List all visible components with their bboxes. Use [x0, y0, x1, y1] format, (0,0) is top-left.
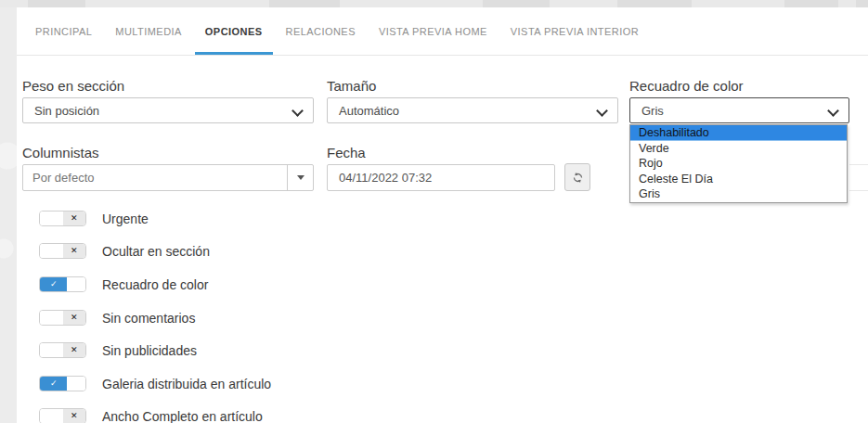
ocultar-en-seccion-toggle[interactable]: ✕	[39, 243, 86, 259]
options-editor-screen: PRINCIPAL MULTIMEDIA OPCIONES RELACIONES…	[0, 0, 868, 423]
fecha-refresh-button[interactable]	[564, 163, 590, 191]
peso-en-seccion-label: Peso en sección	[22, 78, 124, 94]
ancho-completo-label: Ancho Completo en artículo	[102, 409, 263, 423]
cross-icon: ✕	[63, 244, 86, 258]
fecha-input[interactable]: 04/11/2022 07:32	[327, 164, 555, 191]
recuadro-de-color-label: Recuadro de color	[629, 78, 744, 94]
window-top-strip	[0, 0, 868, 7]
check-icon: ✓	[40, 377, 67, 391]
toggle-row: ✕ Sin publicidades	[39, 342, 197, 358]
toggle-row: ✕ Ancho Completo en artículo	[39, 408, 263, 423]
peso-en-seccion-select[interactable]: Sin posición	[22, 97, 314, 123]
dropdown-option-deshabilitado[interactable]: Deshabilitado	[630, 125, 847, 141]
urgente-label: Urgente	[102, 212, 149, 226]
check-icon: ✓	[40, 277, 67, 291]
tab-relaciones[interactable]: RELACIONES	[276, 7, 366, 55]
galeria-distribuida-toggle[interactable]: ✓	[39, 376, 86, 391]
ocultar-en-seccion-label: Ocultar en sección	[102, 244, 210, 259]
recuadro-de-color-select[interactable]: Gris	[629, 97, 849, 123]
columnistas-label: Columnistas	[22, 145, 99, 160]
toggle-row: ✓ Galeria distribuida en artículo	[39, 376, 271, 391]
ancho-completo-toggle[interactable]: ✕	[39, 408, 86, 423]
dropdown-option-verde[interactable]: Verde	[630, 141, 847, 157]
toggle-row: ✕ Sin comentarios	[39, 310, 195, 326]
toggle-row: ✕ Urgente	[39, 211, 149, 226]
fecha-label: Fecha	[327, 145, 366, 160]
tamano-select[interactable]: Automático	[327, 97, 618, 123]
cross-icon: ✕	[63, 343, 86, 357]
tab-vista-previa-home[interactable]: VISTA PREVIA HOME	[369, 7, 498, 55]
recuadro-de-color-toggle-label: Recuadro de color	[102, 277, 208, 292]
tab-principal[interactable]: PRINCIPAL	[25, 7, 102, 55]
chevron-down-icon	[291, 105, 304, 117]
dropdown-option-gris[interactable]: Gris	[630, 186, 847, 202]
chevron-down-icon	[827, 105, 839, 117]
tab-vista-previa-interior[interactable]: VISTA PREVIA INTERIOR	[500, 7, 649, 55]
tab-bar: PRINCIPAL MULTIMEDIA OPCIONES RELACIONES…	[17, 7, 868, 56]
cropped-field-bottom-border	[849, 190, 868, 191]
chevron-down-icon	[596, 105, 608, 117]
tab-multimedia[interactable]: MULTIMEDIA	[105, 7, 192, 55]
cross-icon: ✕	[63, 311, 86, 325]
sin-publicidades-toggle[interactable]: ✕	[39, 342, 86, 358]
urgente-toggle[interactable]: ✕	[39, 211, 86, 226]
toggle-row: ✕ Ocultar en sección	[39, 243, 210, 259]
refresh-icon	[572, 172, 584, 184]
sin-publicidades-label: Sin publicidades	[102, 343, 197, 358]
recuadro-de-color-dropdown: Deshabilitado Verde Rojo Celeste El Día …	[629, 124, 848, 203]
caret-down-icon	[297, 175, 304, 180]
tamano-label: Tamaño	[327, 78, 376, 94]
sin-comentarios-label: Sin comentarios	[102, 311, 195, 326]
cropped-field-top-border	[849, 164, 868, 165]
dropdown-option-rojo[interactable]: Rojo	[630, 156, 847, 172]
recuadro-de-color-toggle[interactable]: ✓	[39, 276, 86, 292]
galeria-distribuida-label: Galeria distribuida en artículo	[102, 377, 271, 391]
sin-comentarios-toggle[interactable]: ✕	[39, 310, 86, 326]
cross-icon: ✕	[63, 212, 86, 225]
dropdown-arrow-button[interactable]	[287, 165, 313, 190]
page-left-margin	[0, 7, 17, 423]
cross-icon: ✕	[63, 409, 86, 423]
dropdown-option-celeste-el-dia[interactable]: Celeste El Día	[630, 172, 847, 187]
tab-opciones[interactable]: OPCIONES	[195, 7, 273, 55]
toggle-row: ✓ Recuadro de color	[39, 276, 208, 292]
columnistas-select[interactable]: Por defecto	[22, 164, 314, 191]
